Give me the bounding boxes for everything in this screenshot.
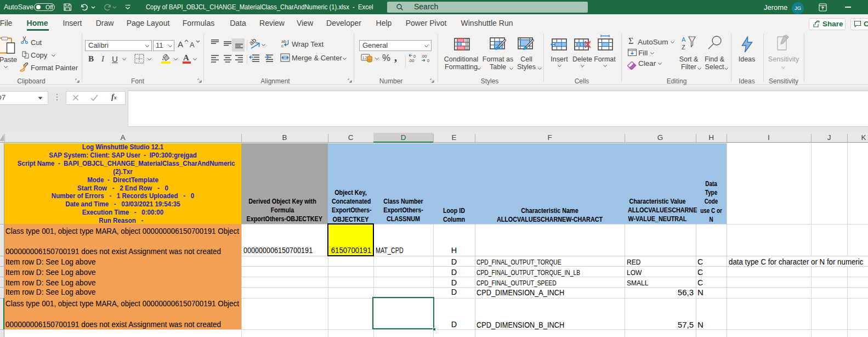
svg-text:Z: Z	[682, 44, 685, 50]
svg-text:A: A	[682, 36, 686, 43]
svg-text:.00: .00	[421, 54, 427, 59]
svg-text:0: 0	[427, 58, 429, 63]
svg-text:.00: .00	[409, 58, 414, 63]
svg-text:c: c	[281, 43, 283, 48]
